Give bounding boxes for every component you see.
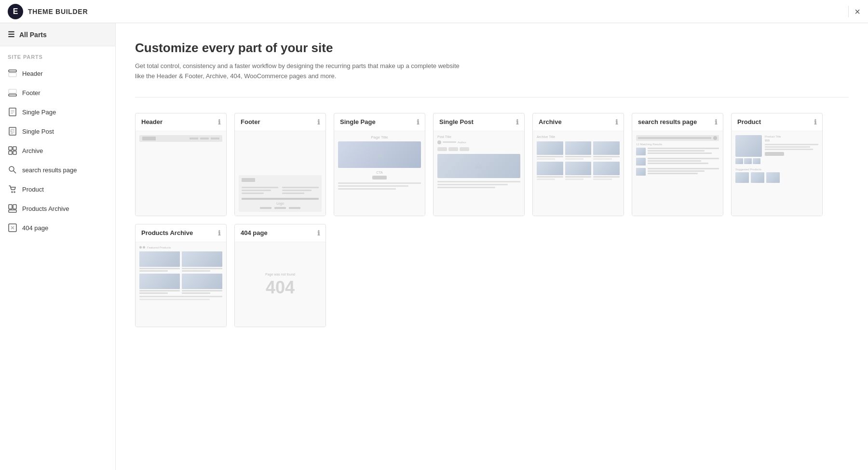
search-results-icon [8, 165, 17, 175]
search-bar-mockup [636, 135, 719, 141]
post-author-line [443, 141, 456, 143]
page-description: Get total control, consistency and a fas… [135, 61, 463, 82]
products-text-4 [182, 290, 222, 294]
products-item-1 [139, 251, 180, 272]
card-single-page-info-icon[interactable]: ℹ [417, 118, 419, 126]
card-archive-preview: Archive Title [533, 131, 624, 216]
sidebar-item-product[interactable]: Product [0, 180, 115, 199]
author-label: Author [458, 141, 466, 144]
page-line-2 [338, 185, 408, 187]
card-404-preview: Page was not found 404 [235, 242, 326, 327]
products-img-1 [139, 251, 180, 267]
sidebar-item-archive-label: Archive [22, 147, 43, 154]
product-desc-lines [765, 144, 818, 150]
card-products-archive[interactable]: Products Archive ℹ Featured Products [135, 224, 227, 327]
footer-bottom-mockup [242, 198, 319, 200]
svg-rect-15 [13, 147, 16, 150]
product-suggested-label: Suggested Products [735, 168, 818, 171]
sidebar-item-header-label: Header [22, 70, 43, 77]
card-archive[interactable]: Archive ℹ Archive Title [532, 113, 624, 216]
card-404-label: 404 page [241, 229, 268, 236]
sidebar-item-single-post[interactable]: Single Post [0, 122, 115, 141]
products-text-2 [182, 268, 222, 272]
card-archive-info-icon[interactable]: ℹ [615, 118, 618, 126]
footer-bottom-line [242, 198, 319, 200]
header-svg-icon [8, 69, 17, 78]
card-404-info-icon[interactable]: ℹ [317, 229, 320, 237]
sidebar-item-archive[interactable]: Archive [0, 141, 115, 160]
search-item-1 [636, 148, 719, 155]
products-text-1 [139, 268, 180, 272]
post-title-mockup: Post Title [437, 135, 520, 138]
card-single-post-info-icon[interactable]: ℹ [516, 118, 518, 126]
page-img-mockup: ⛰ [338, 141, 421, 168]
archive-item-4 [537, 162, 563, 180]
card-footer-info-icon[interactable]: ℹ [317, 118, 320, 126]
card-single-page[interactable]: Single Page ℹ Page Title ⛰ CTA [334, 113, 425, 216]
card-product[interactable]: Product ℹ [731, 113, 823, 216]
filter-dots-mockup [139, 246, 145, 249]
svg-rect-0 [9, 70, 16, 72]
card-header-info-icon[interactable]: ℹ [218, 118, 220, 126]
post-tag-3 [460, 147, 469, 151]
card-products-archive-info-icon[interactable]: ℹ [218, 229, 220, 237]
search-text-line-2a [648, 158, 719, 159]
sidebar-item-products-archive[interactable]: Products Archive [0, 199, 115, 218]
search-text-2 [648, 158, 719, 164]
products-item-3 [139, 274, 180, 294]
header-preview-inner [139, 135, 222, 212]
search-count-mockup: 12 Matching Results [636, 143, 719, 146]
page-line-1 [338, 182, 421, 184]
card-footer[interactable]: Footer ℹ [234, 113, 326, 216]
archive-img-5 [565, 162, 592, 175]
products-archive-preview-inner: Featured Products [139, 246, 222, 323]
card-product-info-icon[interactable]: ℹ [814, 118, 816, 126]
product-icon [8, 184, 17, 194]
sidebar-item-header[interactable]: Header [0, 64, 115, 83]
card-products-archive-label: Products Archive [141, 229, 193, 236]
product-price-text: $$$ [765, 139, 818, 142]
single-post-preview-inner: Post Title Author ⛰ [437, 135, 520, 212]
card-404[interactable]: 404 page ℹ Page was not found 404 [234, 224, 326, 327]
search-thumb-2 [636, 158, 646, 166]
app-title: THEME BUILDER [28, 8, 88, 15]
products-img-3 [139, 274, 180, 289]
footer-col-line-1 [242, 187, 278, 188]
sidebar-item-footer[interactable]: Footer [0, 83, 115, 102]
product-details-mockup: Product Title $$$ [765, 135, 818, 164]
sidebar-item-search-results[interactable]: search results page [0, 160, 115, 180]
products-extra-lines [139, 296, 222, 300]
content-area: Customize every part of your site Get to… [116, 23, 868, 470]
sidebar-item-footer-label: Footer [22, 89, 41, 97]
close-button[interactable]: × [854, 7, 860, 16]
search-text-line-2c [648, 163, 708, 164]
post-lines-mockup [437, 181, 520, 188]
card-single-post[interactable]: Single Post ℹ Post Title Author [433, 113, 525, 216]
svg-rect-23 [13, 205, 16, 209]
archive-img-6 [593, 162, 620, 175]
card-footer-title-row: Footer ℹ [235, 113, 326, 131]
card-404-title-row: 404 page ℹ [235, 224, 326, 242]
filter-dot-2 [143, 246, 145, 249]
sidebar-all-parts[interactable]: ☰ All Parts [0, 23, 115, 46]
search-text-3 [648, 168, 719, 174]
products-text-line-4b [182, 292, 210, 294]
archive-preview-inner: Archive Title [537, 135, 620, 212]
sidebar-item-404[interactable]: 404 page [0, 218, 115, 237]
post-author-mockup: Author [437, 140, 520, 144]
sidebar-all-parts-label: All Parts [19, 31, 47, 39]
card-footer-preview: Logo [235, 131, 326, 216]
products-archive-icon [8, 204, 17, 213]
archive-line-2b [565, 158, 583, 160]
footer-col2-line-3 [282, 193, 304, 194]
card-search-results[interactable]: search results page ℹ 12 Matching Result… [632, 113, 723, 216]
product-line-1 [765, 144, 818, 145]
card-single-page-preview: Page Title ⛰ CTA [334, 131, 425, 216]
single-page-svg-icon [8, 108, 17, 116]
archive-line-2a [565, 156, 592, 157]
header-bar-mockup [139, 135, 222, 142]
sidebar-item-single-page-label: Single Page [22, 109, 56, 116]
sidebar-item-single-page[interactable]: Single Page [0, 102, 115, 122]
card-search-results-info-icon[interactable]: ℹ [715, 118, 717, 126]
card-header[interactable]: Header ℹ [135, 113, 227, 216]
